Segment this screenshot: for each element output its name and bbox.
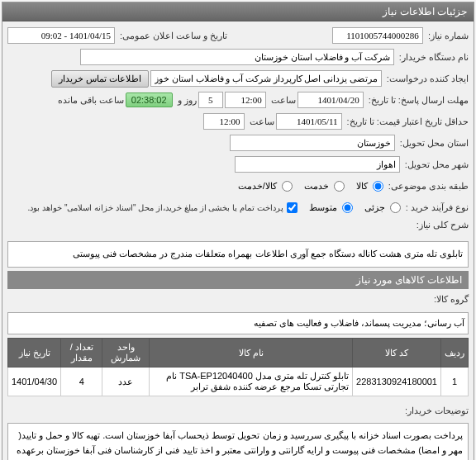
row-buyer-notes-label: توضیحات خریدار:: [7, 401, 469, 420]
buyer-org-label: نام دستگاه خریدار:: [399, 52, 469, 63]
table-header-row: ردیف کد کالا نام کالا واحد شمارش تعداد /…: [8, 339, 469, 368]
th-qty: تعداد / مقدار: [61, 339, 102, 368]
need-no-label: شماره نیاز:: [428, 31, 469, 41]
requester-label: ایجاد کننده درخواست:: [387, 74, 469, 84]
class-service-text: خدمت: [304, 181, 329, 192]
validity-time-label: ساعت: [250, 116, 274, 127]
row-buyer-org: نام دستگاه خریدار:: [7, 48, 469, 66]
panel-title: جزئیات اطلاعات نیاز: [2, 2, 474, 21]
cell-code: 2283130924180001: [353, 368, 441, 396]
th-code: کد کالا: [353, 339, 441, 368]
need-title-box: تابلوی تله متری هشت کاناله دستگاه جمع آو…: [7, 241, 469, 268]
cell-name: تابلو کنترل تله متری مدل TSA-EP12040400 …: [150, 368, 353, 396]
row-need-title: شرح کلی نیاز:: [7, 220, 469, 238]
class-goods-radio[interactable]: [373, 181, 383, 192]
purchase-note: پرداخت تمام یا بخشی از مبلغ خرید،از محل …: [28, 203, 283, 212]
goods-group-box: آب رسانی؛ مدیریت پسماند، فاضلاب و فعالیت…: [7, 312, 469, 335]
class-goods-group: کالا: [356, 181, 383, 192]
day-label: روز و: [178, 95, 197, 106]
deadline-label: مهلت ارسال پاسخ: تا تاریخ:: [369, 95, 469, 106]
buyer-notes-box: پرداخت بصورت اسناد خزانه با پیگیری سررسی…: [7, 423, 469, 460]
classify-label: طبقه بندی موضوعی:: [388, 181, 469, 192]
cell-idx: 1: [441, 368, 469, 396]
cell-unit: عدد: [102, 368, 150, 396]
th-date: تاریخ نیاز: [8, 339, 61, 368]
row-classification: طبقه بندی موضوعی: کالا خدمت کالا/خدمت: [7, 177, 469, 195]
province-field[interactable]: [230, 135, 395, 151]
announce-label: تاریخ و ساعت اعلان عمومی:: [120, 31, 227, 41]
class-both-group: کالا/خدمت: [238, 181, 293, 192]
deadline-time-label: ساعت: [271, 95, 296, 106]
cell-date: 1401/04/30: [8, 368, 61, 396]
pt-med-text: متوسط: [309, 202, 337, 213]
province-label: استان محل تحویل:: [400, 138, 469, 149]
row-purchase-type: نوع فرآیند خرید : جزئی متوسط پرداخت تمام…: [7, 198, 469, 216]
row-deadline: مهلت ارسال پاسخ: تا تاریخ: ساعت روز و 02…: [7, 91, 469, 109]
city-label: شهر محل تحویل:: [405, 159, 469, 170]
requester-field[interactable]: [150, 70, 382, 87]
remaining-label: ساعت باقی مانده: [58, 95, 124, 106]
details-panel: جزئیات اطلاعات نیاز شماره نیاز: تاریخ و …: [2, 2, 474, 460]
row-validity: حداقل تاریخ اعتبار قیمت: تا تاریخ: ساعت: [7, 112, 469, 130]
days-field[interactable]: [198, 92, 223, 108]
treasury-checkbox[interactable]: [287, 202, 298, 213]
th-unit: واحد شمارش: [102, 339, 150, 368]
class-goods-text: کالا: [356, 181, 368, 192]
buyer-org-field[interactable]: [80, 49, 394, 65]
row-need-no: شماره نیاز: تاریخ و ساعت اعلان عمومی:: [7, 26, 469, 45]
cell-qty: 4: [61, 368, 102, 396]
class-both-radio[interactable]: [282, 181, 293, 192]
goods-section-title: اطلاعات کالاهای مورد نیاز: [7, 271, 469, 289]
validity-label: حداقل تاریخ اعتبار قیمت: تا تاریخ:: [347, 116, 469, 127]
goods-group-label: گروه کالا:: [434, 294, 469, 305]
need-no-field[interactable]: [332, 27, 423, 44]
th-row: ردیف: [441, 339, 469, 368]
need-title-label: شرح کلی نیاز:: [416, 220, 469, 230]
pt-med-radio[interactable]: [342, 202, 353, 213]
deadline-date-field[interactable]: [298, 92, 364, 108]
row-requester: ایجاد کننده درخواست: اطلاعات تماس خریدار: [7, 69, 469, 88]
validity-date-field[interactable]: [276, 113, 342, 130]
remaining-time: 02:38:02: [126, 92, 173, 107]
class-both-text: کالا/خدمت: [238, 181, 277, 192]
purchase-type-label: نوع فرآیند خرید :: [406, 202, 469, 213]
class-service-radio[interactable]: [334, 181, 345, 192]
city-field[interactable]: [235, 156, 400, 173]
pt-low-group: جزئی: [364, 202, 401, 213]
row-city: شهر محل تحویل:: [7, 155, 469, 173]
buyer-notes-label: توضیحات خریدار:: [405, 405, 469, 416]
row-goods-group: گروه کالا:: [7, 291, 469, 309]
goods-table: ردیف کد کالا نام کالا واحد شمارش تعداد /…: [7, 338, 469, 396]
pt-med-group: متوسط: [309, 202, 353, 213]
th-name: نام کالا: [150, 339, 353, 368]
contact-buyer-button[interactable]: اطلاعات تماس خریدار: [51, 70, 149, 88]
row-province: استان محل تحویل:: [7, 134, 469, 152]
pt-low-radio[interactable]: [390, 202, 401, 213]
panel-body: شماره نیاز: تاریخ و ساعت اعلان عمومی: نا…: [2, 21, 474, 460]
table-row[interactable]: 1 2283130924180001 تابلو کنترل تله متری …: [8, 368, 469, 396]
announce-field[interactable]: [7, 27, 115, 44]
class-service-group: خدمت: [304, 181, 345, 192]
validity-time-field[interactable]: [203, 113, 245, 130]
pt-low-text: جزئی: [364, 202, 385, 213]
deadline-time-field[interactable]: [225, 92, 266, 108]
